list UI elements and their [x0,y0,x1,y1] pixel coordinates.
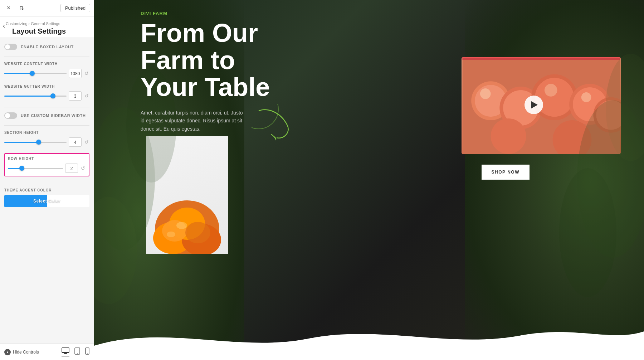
breadcrumb-area: ‹ Customizing › General Settings Layout … [0,16,94,38]
row-height-reset[interactable]: ↺ [80,165,86,172]
row-height-label: ROW HEIGHT [8,157,86,161]
divider-2 [4,107,89,107]
brand-label: DIVI FARM [141,11,270,16]
hero-headline: From Our Farm to Your Table [141,20,270,101]
breadcrumb: Customizing › General Settings [6,21,88,26]
gutter-width-value: 3 [69,91,82,101]
select-color-button[interactable]: Select Color [4,195,89,207]
accent-color-label: THEME ACCENT COLOR [4,188,89,192]
main-content: DIVI FARM From Our Farm to Your Table Am… [94,0,644,360]
section-height-slider[interactable] [4,138,67,146]
shop-now-button[interactable]: SHOP NOW [482,165,530,180]
hide-controls-button[interactable]: ● Hide Controls [4,349,39,355]
undo-redo-button[interactable]: ⇅ [16,3,26,13]
custom-sidebar-label: USE CUSTOM SIDEBAR WIDTH [21,113,86,118]
play-button[interactable] [525,96,543,114]
content-width-value: 1080 [69,69,82,78]
section-height-label: SECTION HEIGHT [4,131,89,135]
content-width-setting: WEBSITE CONTENT WIDTH 1080 ↺ [4,62,89,78]
row-height-slider[interactable] [8,165,63,172]
deco-arrow [252,104,298,148]
boxed-layout-setting: ENABLE BOXED LAYOUT [4,44,89,50]
hero-text-area: DIVI FARM From Our Farm to Your Table Am… [141,11,270,133]
bottom-bar: ● Hide Controls [0,344,94,360]
boxed-layout-toggle[interactable] [4,44,17,50]
gutter-width-setting: WEBSITE GUTTER WIDTH 3 ↺ [4,84,89,101]
row-height-value: 2 [65,164,78,173]
divider-1 [4,57,89,57]
gutter-width-reset[interactable]: ↺ [84,92,89,99]
hide-controls-label: Hide Controls [13,350,39,355]
hero-body-text: Amet, curabitur turpis non, diam orci, u… [141,109,244,133]
close-icon: × [7,4,11,12]
desktop-button[interactable] [62,347,69,356]
close-button[interactable]: × [4,3,14,13]
section-height-setting: SECTION HEIGHT 4 ↺ [4,131,89,147]
svg-rect-0 [62,348,69,352]
mobile-button[interactable] [85,347,89,356]
content-width-label: WEBSITE CONTENT WIDTH [4,62,89,66]
content-width-reset[interactable]: ↺ [84,70,89,77]
svg-point-11 [559,168,616,297]
desktop-icon [62,348,69,355]
device-buttons [62,347,89,356]
section-height-reset[interactable]: ↺ [84,138,89,146]
row-height-setting: ROW HEIGHT 2 ↺ [4,153,89,176]
settings-content: ENABLE BOXED LAYOUT WEBSITE CONTENT WIDT… [0,38,94,344]
gutter-width-label: WEBSITE GUTTER WIDTH [4,84,89,88]
page-title: Layout Settings [6,27,88,35]
topbar: × ⇅ Published [0,0,94,16]
play-icon [531,101,538,108]
back-button[interactable]: ‹ [1,21,6,31]
eye-icon: ● [4,349,11,355]
wave-bottom [94,317,644,360]
section-height-value: 4 [69,137,82,147]
content-width-slider[interactable] [4,70,67,77]
mobile-icon [85,349,89,356]
gutter-width-slider[interactable] [4,92,67,99]
accent-color-setting: THEME ACCENT COLOR Select Color [4,188,89,207]
arrows-icon: ⇅ [19,5,24,11]
select-color-label: Select Color [33,199,60,204]
tablet-button[interactable] [74,347,80,356]
svg-point-6 [87,353,88,354]
tablet-icon [74,349,80,356]
custom-sidebar-setting: USE CUSTOM SIDEBAR WIDTH [4,112,89,119]
divider-4 [4,183,89,183]
svg-point-13 [252,104,278,129]
divider-3 [4,125,89,126]
boxed-layout-label: ENABLE BOXED LAYOUT [21,45,74,49]
custom-sidebar-toggle[interactable] [4,112,17,119]
sidebar: × ⇅ Published ‹ Customizing › General Se… [0,0,94,360]
hero-section: DIVI FARM From Our Farm to Your Table Am… [94,0,644,360]
published-button[interactable]: Published [60,4,90,12]
svg-point-4 [77,353,78,354]
